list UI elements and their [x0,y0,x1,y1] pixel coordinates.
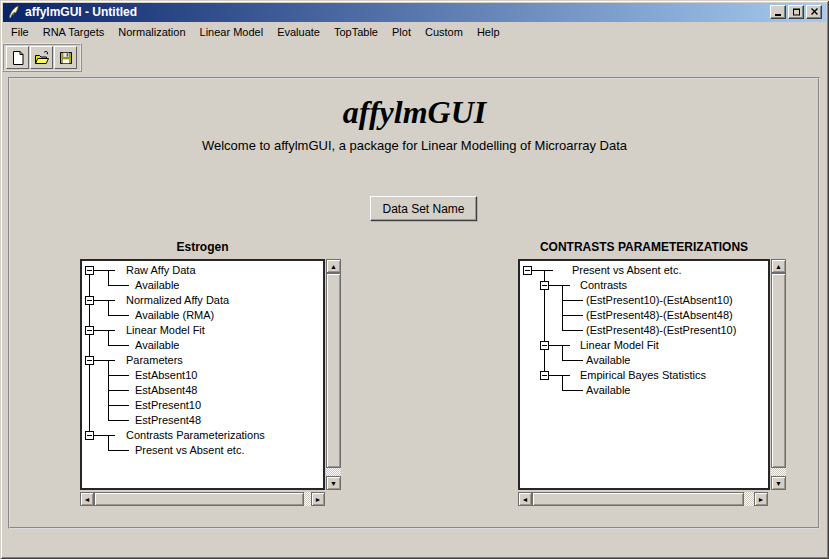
expand-toggle[interactable] [523,266,532,275]
tree-node-label[interactable]: Available (RMA) [135,308,214,323]
tree-node-label[interactable]: Linear Model Fit [126,323,205,338]
new-document-icon [10,50,26,66]
menu-normalization[interactable]: Normalization [118,23,185,41]
arrow-left-icon: ◄ [84,496,91,503]
scroll-right-button[interactable]: ► [754,492,768,506]
tree-node-label[interactable]: Linear Model Fit [580,338,659,353]
tree-node-label[interactable]: Available [586,353,630,368]
arrow-right-icon: ► [315,496,322,503]
maximize-button[interactable] [788,5,804,19]
tree-node-label[interactable]: Available [135,338,179,353]
tree-node-label[interactable]: EstAbsent48 [135,383,197,398]
tree-node-label[interactable]: EstAbsent10 [135,368,197,383]
tree-node-label[interactable]: (EstPresent48)-(EstAbsent48) [586,308,733,323]
app-feather-icon [6,5,21,20]
tree-node-label[interactable]: Parameters [126,353,183,368]
scroll-down-button[interactable]: ▼ [326,476,341,490]
open-folder-icon [34,50,50,66]
tree-node-label[interactable]: EstPresent48 [135,413,201,428]
toolbar [2,43,82,72]
tree-node-label[interactable]: Available [586,383,630,398]
left-tree: Raw Affy Data Available Normalized Affy … [80,259,325,490]
menu-rna-targets[interactable]: RNA Targets [43,23,105,41]
hscrollbar-thumb[interactable] [94,492,304,506]
expand-toggle[interactable] [85,296,94,305]
scroll-right-button[interactable]: ► [311,492,325,506]
expand-toggle[interactable] [85,431,94,440]
save-floppy-icon [58,50,74,66]
titlebar[interactable]: affylmGUI - Untitled [3,3,826,22]
minimize-button[interactable] [770,5,786,19]
menu-plot[interactable]: Plot [392,23,411,41]
menu-file[interactable]: File [11,23,29,41]
tree-node-label[interactable]: Raw Affy Data [126,263,196,278]
menu-custom[interactable]: Custom [425,23,463,41]
menubar: File RNA Targets Normalization Linear Mo… [3,23,823,41]
tree-node-label[interactable]: Contrasts Parameterizations [126,428,265,443]
scroll-down-button[interactable]: ▼ [771,476,786,490]
app-title: affylmGUI [0,94,829,131]
save-file-button[interactable] [54,46,77,69]
tree-node-label[interactable]: (EstPresent48)-(EstPresent10) [586,323,736,338]
right-tree: Present vs Absent etc. Contrasts (EstPre… [518,259,770,490]
vscrollbar-thumb[interactable] [771,273,786,468]
right-tree-header: CONTRASTS PARAMETERIZATIONS [518,240,770,254]
close-button[interactable] [806,5,822,19]
new-file-button[interactable] [6,46,29,69]
arrow-up-icon: ▲ [775,263,782,270]
scroll-left-button[interactable]: ◄ [518,492,532,506]
expand-toggle[interactable] [85,356,94,365]
app-window: affylmGUI - Untitled File RNA Targets No… [0,0,829,559]
arrow-left-icon: ◄ [522,496,529,503]
vscrollbar-thumb[interactable] [326,273,341,468]
hscrollbar-thumb[interactable] [532,492,744,506]
left-tree-header: Estrogen [80,240,325,254]
left-tree-vscrollbar[interactable]: ▲ ▼ [326,259,341,490]
right-tree-hscrollbar[interactable]: ◄ ► [518,492,768,506]
arrow-down-icon: ▼ [775,480,782,487]
tree-node-label[interactable]: Normalized Affy Data [126,293,229,308]
tree-node-label[interactable]: EstPresent10 [135,398,201,413]
menu-toptable[interactable]: TopTable [334,23,378,41]
scroll-up-button[interactable]: ▲ [326,259,341,273]
left-tree-hscrollbar[interactable]: ◄ ► [80,492,325,506]
arrow-up-icon: ▲ [330,263,337,270]
expand-toggle[interactable] [85,326,94,335]
tree-node-label[interactable]: Empirical Bayes Statistics [580,368,706,383]
expand-toggle[interactable] [85,266,94,275]
expand-toggle[interactable] [540,371,549,380]
expand-toggle[interactable] [540,281,549,290]
window-title: affylmGUI - Untitled [25,3,137,22]
expand-toggle[interactable] [540,341,549,350]
menu-help[interactable]: Help [477,23,500,41]
open-file-button[interactable] [30,46,53,69]
menu-evaluate[interactable]: Evaluate [277,23,320,41]
tree-node-label[interactable]: Present vs Absent etc. [135,443,244,458]
arrow-down-icon: ▼ [330,480,337,487]
arrow-right-icon: ► [758,496,765,503]
scroll-left-button[interactable]: ◄ [80,492,94,506]
scroll-up-button[interactable]: ▲ [771,259,786,273]
tree-node-label[interactable]: Available [135,278,179,293]
tree-node-label[interactable]: Contrasts [580,278,627,293]
tree-node-label[interactable]: (EstPresent10)-(EstAbsent10) [586,293,733,308]
window-controls [770,5,822,19]
dataset-name-button[interactable]: Data Set Name [370,196,477,221]
right-tree-vscrollbar[interactable]: ▲ ▼ [771,259,786,490]
menu-linear-model[interactable]: Linear Model [200,23,264,41]
welcome-text: Welcome to affylmGUI, a package for Line… [0,138,829,153]
tree-node-label[interactable]: Present vs Absent etc. [572,263,681,278]
